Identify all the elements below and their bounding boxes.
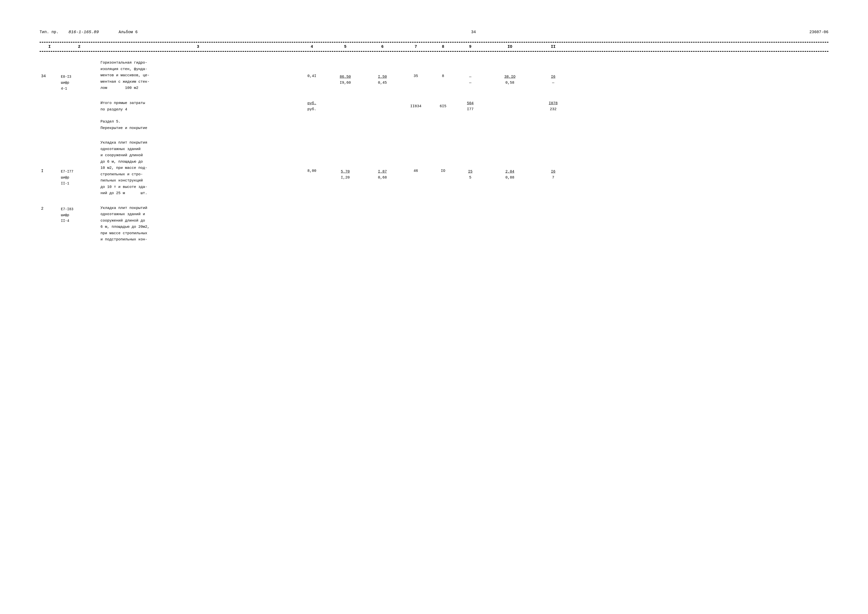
itogo-col9: 504 I77 xyxy=(456,100,485,113)
row-34-code: Е8-І3шифр4-1 xyxy=(59,59,99,92)
itogo-col8: 6I5 xyxy=(431,104,456,109)
row-1-col7: 46 xyxy=(401,139,431,174)
col-header-11: II xyxy=(535,45,572,49)
page-header: Тип. пр. 816-1-165.89 Альбом 6 34 23607-… xyxy=(40,30,828,34)
row-34-col11: I6 — xyxy=(535,59,572,87)
row-1-col5: 5,70 I,20 xyxy=(327,139,364,181)
itogo-col6 xyxy=(364,106,401,107)
tip-pr-value: 816-1-165.89 xyxy=(68,30,99,34)
row-34-num: 34 xyxy=(40,59,59,79)
col-header-1: I xyxy=(40,45,59,49)
itogo-col11: I078 232 xyxy=(535,100,572,113)
row-34-desc: Горизонтальная гидро-изоляция стен, фунд… xyxy=(99,59,297,92)
row-34-col5: 86,50 I9,60 xyxy=(327,59,364,87)
col-header-10: IO xyxy=(485,45,535,49)
column-headers: I 2 3 4 5 6 7 8 9 IO II xyxy=(40,43,828,51)
itogo-row-group: Итого прямые затратыпо разделу 4 руб. ру… xyxy=(40,99,828,113)
col-header-7: 7 xyxy=(401,45,431,49)
row-1-group: I Е7-І77шифрІI-1 Укладка плит покрытияод… xyxy=(40,139,828,197)
row-34-col8: 8 xyxy=(431,59,456,79)
row-34-col7: 35 xyxy=(401,59,431,79)
row-34-col6: I,50 0,45 xyxy=(364,59,401,87)
row-1-col11: I6 7 xyxy=(535,139,572,181)
row-1-desc: Укладка плит покрытияодноэтажных зданийи… xyxy=(99,139,297,197)
col-header-3: 3 xyxy=(99,45,297,49)
row-1-col4: 8,00 xyxy=(297,139,327,174)
row-1-code: Е7-І77шифрІI-1 xyxy=(59,139,99,187)
col-header-2: 2 xyxy=(59,45,99,49)
doc-code: 23607-06 xyxy=(809,30,828,34)
row-1-col6: I,87 0,68 xyxy=(364,139,401,181)
row-34-col4: 0,4I xyxy=(297,59,327,79)
section5-heading: Раздел 5.Перекрытие и покрытие xyxy=(99,118,297,132)
row-34-col9: — — xyxy=(456,59,485,87)
itogo-col5 xyxy=(327,106,364,107)
row-2-desc: Укладка плит покрытийодноэтажных зданий … xyxy=(99,205,297,243)
tip-pr-label: Тип. пр. xyxy=(40,30,59,34)
row-1-num: I xyxy=(40,139,59,174)
section5-group: Раздел 5.Перекрытие и покрытие xyxy=(40,118,828,132)
row-34-group: 34 Е8-І3шифр4-1 Горизонтальная гидро-изо… xyxy=(40,59,828,92)
col-header-9: 9 xyxy=(456,45,485,49)
row-1-col9: I5 5 xyxy=(456,139,485,181)
col-header-4: 4 xyxy=(297,45,327,49)
row-34-col10: 38,IO 0,58 xyxy=(485,59,535,87)
row-2-code: Е7-І83шифрІI-4 xyxy=(59,205,99,225)
col-header-6: 6 xyxy=(364,45,401,49)
itogo-col2 xyxy=(59,106,99,107)
itogo-col7: II834 xyxy=(401,104,431,109)
album-label: Альбом 6 xyxy=(119,30,138,34)
itogo-col10 xyxy=(485,106,535,107)
col-header-5: 5 xyxy=(327,45,364,49)
row-1-col10: 2,04 0,88 xyxy=(485,139,535,181)
row-2-num: 2 xyxy=(40,205,59,211)
row-1-col8: IO xyxy=(431,139,456,174)
col-header-8: 8 xyxy=(431,45,456,49)
itogo-col4: руб. руб. xyxy=(297,100,327,113)
itogo-col1 xyxy=(40,106,59,107)
page-number: 34 xyxy=(471,30,476,34)
itogo-desc: Итого прямые затратыпо разделу 4 xyxy=(99,99,297,113)
row-2-group: 2 Е7-І83шифрІI-4 Укладка плит покрытийод… xyxy=(40,205,828,243)
